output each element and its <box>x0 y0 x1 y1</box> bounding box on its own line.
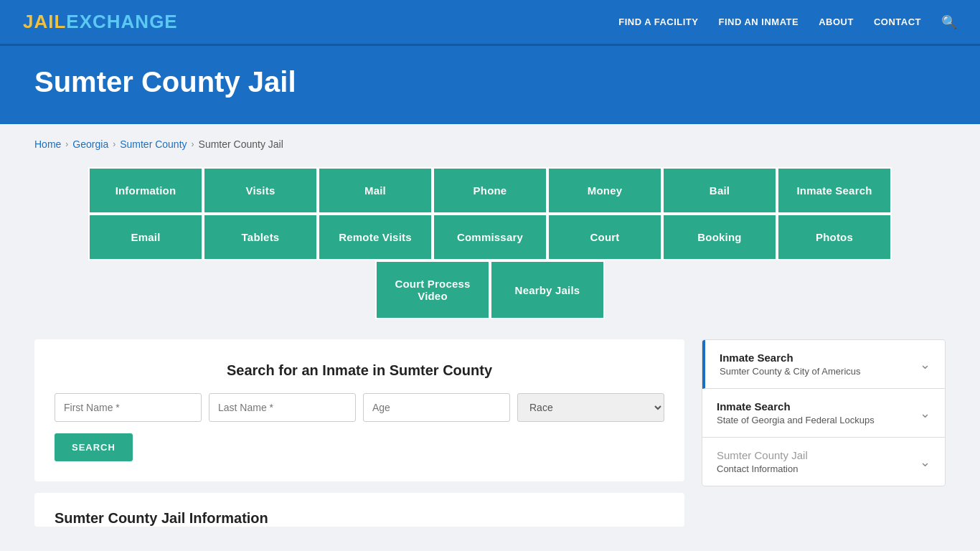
breadcrumb-sep-3: › <box>192 139 194 149</box>
logo-exchange: EXCHANGE <box>66 11 177 32</box>
tile-tablets[interactable]: Tablets <box>203 214 318 260</box>
tile-court-process-video[interactable]: Court Process Video <box>375 260 490 319</box>
search-heading: Search for an Inmate in Sumter County <box>55 362 664 379</box>
sidebar-item-sub-2: State of Georgia and Federal Lockups <box>717 415 875 425</box>
tile-inmate-search[interactable]: Inmate Search <box>777 167 892 214</box>
breadcrumb-current: Sumter County Jail <box>199 138 283 150</box>
sidebar: Inmate Search Sumter County & City of Am… <box>702 339 946 486</box>
main-layout: Search for an Inmate in Sumter County Ra… <box>34 339 946 527</box>
search-card: Search for an Inmate in Sumter County Ra… <box>34 339 684 481</box>
tile-money[interactable]: Money <box>547 167 662 214</box>
tile-court[interactable]: Court <box>547 214 662 260</box>
race-select[interactable]: Race White Black Hispanic Asian Other <box>517 393 664 422</box>
tile-remote-visits[interactable]: Remote Visits <box>318 214 433 260</box>
site-logo[interactable]: JAILEXCHANGE <box>23 11 178 33</box>
tile-phone[interactable]: Phone <box>433 167 547 214</box>
info-section: Sumter County Jail Information <box>34 493 684 527</box>
info-heading: Sumter County Jail Information <box>55 510 664 527</box>
sidebar-item-contact-info[interactable]: Sumter County Jail Contact Information ⌄ <box>702 438 945 486</box>
sidebar-item-inmate-search-local[interactable]: Inmate Search Sumter County & City of Am… <box>702 340 945 389</box>
breadcrumb-sep-1: › <box>65 139 68 149</box>
nav-find-inmate[interactable]: FIND AN INMATE <box>718 17 798 27</box>
tile-row-2: Email Tablets Remote Visits Commissary C… <box>34 214 946 260</box>
sidebar-item-title-1: Inmate Search <box>720 352 861 364</box>
tile-nearby-jails[interactable]: Nearby Jails <box>490 260 605 319</box>
sidebar-item-title-2: Inmate Search <box>717 400 875 413</box>
sidebar-item-sub-3: Contact Information <box>717 463 808 474</box>
search-icon[interactable]: 🔍 <box>941 14 957 30</box>
sidebar-item-sub-1: Sumter County & City of Americus <box>720 366 861 377</box>
breadcrumb-sep-2: › <box>113 139 116 149</box>
breadcrumb: Home › Georgia › Sumter County › Sumter … <box>34 138 946 150</box>
breadcrumb-sumter-county[interactable]: Sumter County <box>120 138 187 150</box>
tile-information[interactable]: Information <box>88 167 203 214</box>
chevron-down-icon-2: ⌄ <box>920 405 930 421</box>
tile-commissary[interactable]: Commissary <box>433 214 547 260</box>
page-title: Sumter County Jail <box>34 66 946 98</box>
nav-contact[interactable]: CONTACT <box>874 17 921 27</box>
last-name-input[interactable] <box>209 393 356 422</box>
navbar: JAILEXCHANGE FIND A FACILITY FIND AN INM… <box>0 0 980 46</box>
logo-jail: JAIL <box>23 11 66 32</box>
sidebar-item-title-3: Sumter County Jail <box>717 449 808 461</box>
chevron-down-icon-3: ⌄ <box>920 454 930 470</box>
first-name-input[interactable] <box>55 393 202 422</box>
tile-row-1: Information Visits Mail Phone Money Bail… <box>34 167 946 214</box>
tile-photos[interactable]: Photos <box>777 214 892 260</box>
search-button[interactable]: SEARCH <box>55 433 133 461</box>
hero-section: Sumter County Jail <box>0 46 980 124</box>
tile-email[interactable]: Email <box>88 214 203 260</box>
sidebar-item-inmate-search-state[interactable]: Inmate Search State of Georgia and Feder… <box>702 389 945 438</box>
main-content: Home › Georgia › Sumter County › Sumter … <box>0 124 980 550</box>
breadcrumb-home[interactable]: Home <box>34 138 61 150</box>
tile-booking[interactable]: Booking <box>662 214 777 260</box>
age-input[interactable] <box>363 393 510 422</box>
nav-about[interactable]: ABOUT <box>819 17 854 27</box>
tile-grid: Information Visits Mail Phone Money Bail… <box>34 167 946 319</box>
tile-visits[interactable]: Visits <box>203 167 318 214</box>
nav-links: FIND A FACILITY FIND AN INMATE ABOUT CON… <box>618 14 957 30</box>
search-fields: Race White Black Hispanic Asian Other <box>55 393 664 422</box>
nav-find-facility[interactable]: FIND A FACILITY <box>618 17 698 27</box>
tile-mail[interactable]: Mail <box>318 167 433 214</box>
breadcrumb-georgia[interactable]: Georgia <box>72 138 108 150</box>
tile-bail[interactable]: Bail <box>662 167 777 214</box>
tile-row-3: Court Process Video Nearby Jails <box>34 260 946 319</box>
chevron-down-icon-1: ⌄ <box>920 357 930 372</box>
